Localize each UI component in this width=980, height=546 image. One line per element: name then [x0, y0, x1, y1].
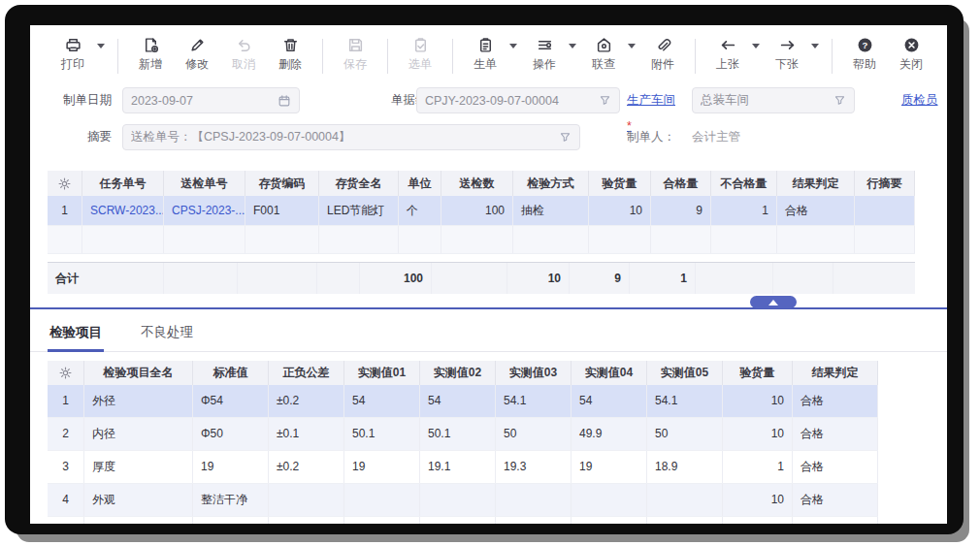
- cell: LED节能灯: [319, 196, 399, 225]
- col-header[interactable]: 实测值02: [420, 361, 496, 385]
- cell: 19: [193, 451, 269, 483]
- save-button: 保存: [337, 37, 374, 73]
- cell: [855, 196, 915, 225]
- col-header[interactable]: 实测值03: [496, 361, 572, 385]
- tab-inspection-items[interactable]: 检验项目: [48, 318, 104, 352]
- operation-dropdown-caret-icon[interactable]: [569, 44, 576, 48]
- svg-text:?: ?: [862, 40, 867, 50]
- col-header[interactable]: 单位: [399, 171, 441, 196]
- next-doc-dropdown-caret-icon[interactable]: [811, 44, 819, 48]
- filter-icon[interactable]: [833, 94, 846, 107]
- col-header[interactable]: 实测值04: [572, 361, 647, 385]
- modify-button[interactable]: 修改: [179, 37, 215, 73]
- col-header[interactable]: 验货量: [589, 171, 651, 196]
- detail-table-row-1[interactable]: 1 外径 Φ54 ±0.2 54 54 54.1 54 54.1 10 合格: [48, 385, 878, 418]
- previous-doc-button[interactable]: 上张: [709, 37, 746, 73]
- cell: 厚度: [84, 451, 193, 483]
- cell: 54: [344, 385, 420, 417]
- doc-no-value: CPJY-2023-09-07-00004: [425, 94, 599, 108]
- select-doc-button: 选单: [402, 37, 439, 73]
- detail-table-row-3[interactable]: 3 厚度 19 ±0.2 19 19.1 19.3 19 18.9 1 合格: [48, 451, 878, 484]
- linked-query-dropdown-caret-icon[interactable]: [628, 44, 636, 48]
- detail-table-header-row: 检验项目全名 标准值 正负公差 实测值01 实测值02 实测值03 实测值04 …: [48, 361, 878, 385]
- calendar-icon[interactable]: [278, 94, 291, 108]
- toolbar: 打印 新增 修改 取消 删除 保存 选单: [30, 25, 947, 81]
- delete-button[interactable]: 删除: [272, 37, 309, 73]
- cell: 1: [711, 196, 777, 225]
- doc-date-value: 2023-09-07: [131, 94, 278, 108]
- previous-doc-dropdown-caret-icon[interactable]: [752, 44, 760, 48]
- column-settings-icon[interactable]: [48, 361, 84, 385]
- main-table-empty-row[interactable]: [48, 226, 915, 254]
- clipboard-icon: [477, 37, 494, 53]
- attachment-button[interactable]: 附件: [644, 37, 681, 73]
- cell: 54: [572, 385, 647, 417]
- col-header[interactable]: 任务单号: [82, 171, 164, 196]
- filter-icon[interactable]: [559, 131, 572, 144]
- col-header[interactable]: 实测值05: [647, 361, 723, 385]
- print-button[interactable]: 打印: [54, 37, 91, 73]
- col-header[interactable]: 行摘要: [855, 171, 915, 196]
- inspector-link[interactable]: 质检员: [901, 87, 944, 113]
- main-table-header-row: 任务单号 送检单号 存货编码 存货全名 单位 送检数 检验方式 验货量 合格量 …: [48, 171, 915, 196]
- inspect-no-link[interactable]: CPSJ-2023-...: [164, 196, 245, 225]
- col-header[interactable]: 送检数: [441, 171, 513, 196]
- collapse-handle[interactable]: [750, 296, 797, 308]
- col-header[interactable]: 不合格量: [711, 171, 777, 196]
- cell: 50.1: [344, 418, 420, 450]
- cell: 10: [723, 484, 793, 516]
- cell: [647, 484, 723, 516]
- summary-field[interactable]: 送检单号：【CPSJ-2023-09-07-00004】: [122, 124, 580, 150]
- cell: Φ50: [193, 418, 269, 450]
- doc-date-field[interactable]: 2023-09-07: [122, 87, 300, 113]
- col-header[interactable]: 结果判定: [793, 361, 878, 385]
- col-header[interactable]: 存货编码: [245, 171, 319, 196]
- total-check-qty: 10: [507, 263, 570, 294]
- generate-doc-button[interactable]: 生单: [467, 37, 504, 73]
- cell: 合格: [793, 451, 878, 483]
- col-header[interactable]: 标准值: [193, 361, 269, 385]
- home-search-icon: [596, 37, 612, 53]
- cell: 19.1: [420, 451, 496, 483]
- col-header[interactable]: 合格量: [651, 171, 711, 196]
- next-doc-button[interactable]: 下张: [768, 37, 805, 73]
- cell: [572, 484, 647, 516]
- doc-plus-icon: [143, 37, 159, 53]
- close-button[interactable]: 关闭: [893, 37, 930, 73]
- doc-no-field[interactable]: CPJY-2023-09-07-00004: [416, 87, 620, 113]
- col-header[interactable]: 存货全名: [319, 171, 399, 196]
- pencil-icon: [189, 37, 206, 53]
- cell: 19: [572, 451, 647, 483]
- col-header[interactable]: 检验方式: [513, 171, 589, 196]
- operation-button[interactable]: 操作: [526, 37, 563, 73]
- column-settings-icon[interactable]: [48, 171, 82, 196]
- linked-query-button[interactable]: 联查: [585, 37, 622, 73]
- generate-doc-dropdown-caret-icon[interactable]: [509, 44, 517, 48]
- detail-table-row-4[interactable]: 4 外观 整洁干净 10 合格: [48, 484, 878, 517]
- task-no-link[interactable]: SCRW-2023...: [82, 196, 164, 225]
- main-table: 任务单号 送检单号 存货编码 存货全名 单位 送检数 检验方式 验货量 合格量 …: [48, 171, 915, 294]
- detail-tabbar: 检验项目 不良处理: [30, 318, 947, 352]
- col-header[interactable]: 正负公差: [269, 361, 344, 385]
- col-header[interactable]: 送检单号: [164, 171, 245, 196]
- main-table-row-1[interactable]: 1 SCRW-2023... CPSJ-2023-... F001 LED节能灯…: [48, 196, 915, 226]
- detail-table-row-2[interactable]: 2 内径 Φ50 ±0.1 50.1 50.1 50 49.9 50 10 合格: [48, 418, 878, 451]
- col-header[interactable]: 验货量: [723, 361, 793, 385]
- cell: 整洁干净: [193, 484, 269, 516]
- undo-icon: [236, 37, 252, 53]
- print-dropdown-caret-icon[interactable]: [97, 44, 105, 48]
- workshop-field[interactable]: 总装车间: [692, 87, 855, 113]
- cell: 54.1: [496, 385, 572, 417]
- cell: ±0.2: [269, 385, 344, 417]
- col-header[interactable]: 检验项目全名: [84, 361, 193, 385]
- printer-icon: [65, 37, 82, 53]
- add-button[interactable]: 新增: [132, 37, 169, 73]
- col-header[interactable]: 结果判定: [777, 171, 855, 196]
- filter-icon[interactable]: [599, 94, 611, 107]
- tab-defect-handling[interactable]: 不良处理: [139, 318, 195, 351]
- arrow-right-icon: [779, 37, 796, 53]
- col-header[interactable]: 实测值01: [344, 361, 420, 385]
- help-button[interactable]: ? 帮助: [846, 37, 883, 73]
- cell: 合格: [777, 196, 855, 225]
- cell: ±0.1: [269, 418, 344, 450]
